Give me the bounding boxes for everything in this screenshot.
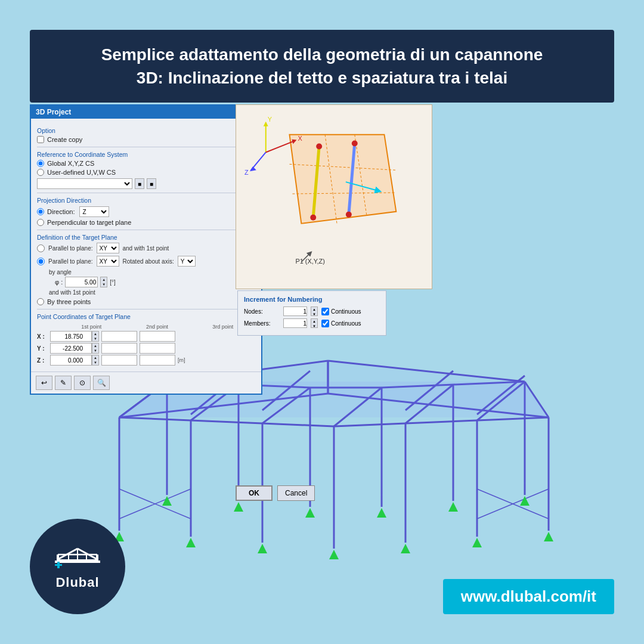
y-label: Y : xyxy=(37,345,50,352)
header: Semplice adattamento della geometria di … xyxy=(30,30,614,103)
z-spinner[interactable]: ▲ ▼ xyxy=(92,355,99,366)
logo-text: Dlubal xyxy=(55,575,99,590)
dialog-panel: 3D Project Option Create copy Reference … xyxy=(30,104,262,395)
svg-line-15 xyxy=(262,423,334,426)
parallel-plane2-radio[interactable] xyxy=(37,258,45,265)
col-2nd: 2nd point xyxy=(125,324,189,330)
z-label: Z : xyxy=(37,357,50,364)
toolbar-btn3[interactable]: ⊙ xyxy=(74,376,91,390)
global-cs-radio[interactable] xyxy=(37,160,44,167)
y-input-3rd[interactable] xyxy=(140,343,175,354)
x-input[interactable] xyxy=(50,331,92,342)
members-label: Members: xyxy=(244,320,280,327)
website-url: www.dlubal.com/it xyxy=(461,587,596,605)
ok-button[interactable]: OK xyxy=(236,485,273,501)
axis-dropdown[interactable]: YXZ xyxy=(178,256,196,267)
svg-rect-110 xyxy=(57,562,60,568)
toolbar-btn1[interactable]: ↩ xyxy=(36,376,52,390)
phi-input[interactable] xyxy=(65,277,98,287)
increment-title: Increment for Numbering xyxy=(244,296,380,303)
logo-icon xyxy=(54,543,101,572)
nodes-spinner[interactable]: ▲▼ xyxy=(311,306,318,316)
user-defined-cs-label: User-defined U,V,W CS xyxy=(47,169,116,176)
nodes-input[interactable] xyxy=(283,306,307,316)
cs-btn1[interactable]: ■ xyxy=(135,178,144,189)
cs-btn2[interactable]: ■ xyxy=(147,178,156,189)
z-input-3rd[interactable] xyxy=(140,355,175,366)
plane1-dropdown[interactable]: XYXZYZ xyxy=(97,243,119,253)
parallel-plane1-label: Parallel to plane: xyxy=(48,245,93,252)
perpendicular-radio[interactable] xyxy=(37,219,44,226)
members-continuous: Continuous xyxy=(321,320,361,327)
phi-spinner[interactable]: ▲ ▼ xyxy=(100,277,107,287)
svg-line-17 xyxy=(405,420,477,423)
svg-marker-60 xyxy=(186,538,196,547)
x-input-3rd[interactable] xyxy=(140,331,175,342)
y-input-2nd[interactable] xyxy=(101,343,137,354)
header-title-line2: 3D: Inclinazione del tetto e spaziatura … xyxy=(137,69,507,87)
option-section-label: Option xyxy=(37,127,255,134)
svg-line-13 xyxy=(119,417,191,420)
nodes-continuous-label: Continuous xyxy=(331,308,361,315)
and-with-1st-point-2: and with 1st point xyxy=(49,289,255,296)
by-three-points-label: By three points xyxy=(47,298,91,305)
svg-marker-64 xyxy=(472,538,482,547)
cs-dropdown[interactable] xyxy=(37,178,132,189)
svg-text:Y: Y xyxy=(268,116,273,123)
z-input-2nd[interactable] xyxy=(101,355,137,366)
svg-point-83 xyxy=(316,144,322,150)
parallel-plane1-radio[interactable] xyxy=(37,244,45,252)
x-input-2nd[interactable] xyxy=(101,331,137,342)
svg-marker-69 xyxy=(377,508,386,518)
svg-line-16 xyxy=(334,423,405,426)
view-panel: Y X Z P1 (X,Y,Z) xyxy=(236,104,432,289)
ok-cancel-area: OK Cancel xyxy=(236,485,315,501)
svg-marker-70 xyxy=(448,502,458,512)
y-spinner[interactable]: ▲ ▼ xyxy=(92,343,99,354)
x-spinner[interactable]: ▲ ▼ xyxy=(92,331,99,342)
svg-point-84 xyxy=(310,215,316,221)
plane2-dropdown[interactable]: XYXZYZ xyxy=(97,256,119,267)
members-continuous-checkbox[interactable] xyxy=(321,320,329,327)
svg-marker-76 xyxy=(289,135,396,224)
website-banner: www.dlubal.com/it xyxy=(443,579,614,614)
z-input[interactable] xyxy=(50,355,92,366)
and-with-1st-label: and with 1st point xyxy=(123,245,169,252)
toolbar-btn2[interactable]: ✎ xyxy=(55,376,72,390)
nodes-continuous: Continuous xyxy=(321,308,361,315)
svg-marker-67 xyxy=(234,502,243,512)
nodes-continuous-checkbox[interactable] xyxy=(321,308,329,315)
toolbar-btn4[interactable]: 🔍 xyxy=(93,376,110,390)
unit-label: [m] xyxy=(178,357,185,363)
svg-line-18 xyxy=(477,417,549,420)
direction-dropdown[interactable]: Z X Y xyxy=(79,206,109,217)
y-input[interactable] xyxy=(50,343,92,354)
projection-section-label: Projection Direction xyxy=(37,197,255,204)
cancel-button[interactable]: Cancel xyxy=(277,485,315,501)
members-input[interactable] xyxy=(283,318,307,328)
svg-text:Z: Z xyxy=(244,169,249,176)
members-spinner[interactable]: ▲▼ xyxy=(311,318,318,328)
point-coords-label: Point Coordinates of Target Plane xyxy=(37,313,255,320)
svg-marker-68 xyxy=(305,508,315,518)
svg-marker-62 xyxy=(329,550,339,559)
phi-unit: [°] xyxy=(110,279,116,286)
dialog-title: 3D Project xyxy=(31,106,261,119)
reference-section-label: Reference to Coordinate System xyxy=(37,151,255,158)
svg-line-14 xyxy=(191,420,262,423)
create-copy-checkbox[interactable] xyxy=(37,136,44,143)
by-three-points-radio[interactable] xyxy=(37,298,44,305)
parallel-plane2-label: Parallel to plane: xyxy=(48,258,93,265)
direction-radio[interactable] xyxy=(37,208,44,215)
svg-marker-65 xyxy=(544,532,553,541)
svg-point-85 xyxy=(352,141,358,147)
svg-point-86 xyxy=(346,212,352,218)
svg-text:P1 (X,Y,Z): P1 (X,Y,Z) xyxy=(295,258,325,265)
increment-panel: Increment for Numbering Nodes: ▲▼ Contin… xyxy=(237,290,386,336)
perpendicular-label: Perpendicular to target plane xyxy=(47,219,131,226)
user-defined-cs-radio[interactable] xyxy=(37,169,44,176)
global-cs-label: Global X,Y,Z CS xyxy=(47,160,94,167)
svg-marker-63 xyxy=(401,544,410,553)
definition-section-label: Definition of the Target Plane xyxy=(37,234,255,241)
by-angle-label: by angle xyxy=(49,269,255,275)
